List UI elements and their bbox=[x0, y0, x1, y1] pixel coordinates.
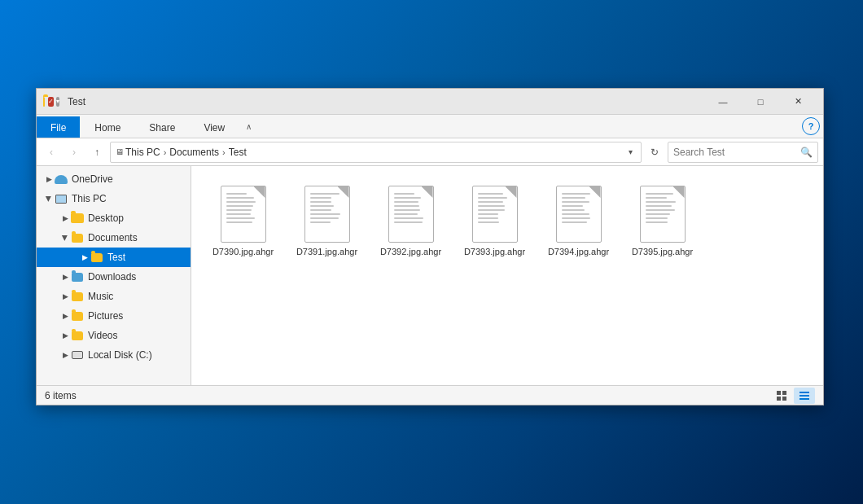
svg-rect-4 bbox=[799, 392, 809, 393]
file-name: D7392.jpg.ahgr bbox=[380, 246, 441, 257]
tab-file[interactable]: File bbox=[37, 116, 80, 138]
back-button[interactable]: ‹ bbox=[42, 142, 61, 162]
sidebar-item-localdisk[interactable]: ▶ Local Disk (C:) bbox=[37, 345, 191, 365]
expand-arrow-pictures: ▶ bbox=[59, 310, 71, 322]
window-title: Test bbox=[68, 96, 704, 107]
localdisk-icon bbox=[71, 348, 84, 362]
forward-button[interactable]: › bbox=[64, 142, 84, 162]
sidebar-item-desktop[interactable]: ▶ Desktop bbox=[37, 208, 191, 228]
expand-arrow-videos: ▶ bbox=[59, 330, 71, 341]
main-area: ▶ OneDrive ▶ This PC ▶ Deskto bbox=[37, 166, 823, 385]
addressbar: ‹ › ↑ 🖥 This PC › Documents › Test ▾ ↻ 🔍 bbox=[37, 138, 823, 166]
file-item[interactable]: D7392.jpg.ahgr bbox=[372, 179, 449, 264]
close-button[interactable]: ✕ bbox=[779, 89, 817, 115]
svg-rect-6 bbox=[799, 398, 809, 400]
file-icon bbox=[556, 186, 602, 243]
statusbar: 6 items bbox=[37, 385, 823, 405]
svg-rect-5 bbox=[799, 395, 809, 397]
minimize-button[interactable]: — bbox=[704, 89, 742, 115]
search-input[interactable] bbox=[673, 147, 797, 158]
expand-arrow-downloads: ▶ bbox=[59, 271, 71, 283]
sidebar-item-music[interactable]: ▶ Music bbox=[37, 287, 191, 306]
expand-arrow-test: ▶ bbox=[79, 252, 90, 263]
test-folder-icon bbox=[90, 251, 103, 264]
thispc-icon bbox=[55, 192, 68, 205]
file-name: D7395.jpg.ahgr bbox=[632, 246, 693, 257]
pictures-icon bbox=[71, 309, 84, 322]
sidebar-item-videos[interactable]: ▶ Videos bbox=[37, 326, 191, 345]
files-grid: D7390.jpg.ahgr D7391.jpg.ahgr D7392.jpg.… bbox=[191, 166, 823, 385]
svg-rect-3 bbox=[782, 397, 786, 401]
file-icon bbox=[388, 186, 434, 243]
file-name: D7390.jpg.ahgr bbox=[212, 246, 274, 257]
search-icon: 🔍 bbox=[800, 147, 813, 158]
window-controls: — □ ✕ bbox=[704, 89, 817, 115]
tab-share[interactable]: Share bbox=[135, 116, 189, 138]
expand-arrow-music: ▶ bbox=[59, 291, 71, 302]
titlebar-icon-group: ✓ ▾ bbox=[43, 94, 59, 110]
sidebar-item-documents[interactable]: ▶ Documents bbox=[37, 228, 191, 248]
documents-icon bbox=[71, 231, 84, 244]
expand-arrow-desktop: ▶ bbox=[59, 213, 71, 224]
explorer-window: ✓ ▾ Test — □ ✕ File Home Share View ∧ ? bbox=[36, 88, 824, 405]
grid-view-button[interactable] bbox=[771, 388, 792, 404]
tab-view[interactable]: View bbox=[190, 116, 239, 138]
details-view-button[interactable] bbox=[794, 388, 815, 404]
desktop-icon bbox=[71, 212, 84, 225]
file-item[interactable]: D7393.jpg.ahgr bbox=[456, 179, 533, 264]
onedrive-icon bbox=[55, 173, 68, 186]
view-controls bbox=[771, 388, 815, 404]
file-name: D7394.jpg.ahgr bbox=[548, 246, 609, 257]
expand-arrow-thispc: ▶ bbox=[43, 193, 55, 204]
crumb-thispc: 🖥 This PC bbox=[116, 147, 160, 158]
file-icon bbox=[304, 186, 350, 243]
up-button[interactable]: ↑ bbox=[87, 142, 107, 162]
titlebar: ✓ ▾ Test — □ ✕ bbox=[37, 89, 823, 115]
expand-arrow-localdisk: ▶ bbox=[59, 349, 71, 361]
videos-icon bbox=[71, 329, 84, 342]
expand-arrow-documents: ▶ bbox=[59, 232, 71, 243]
ribbon: File Home Share View ∧ ? bbox=[37, 115, 823, 138]
ribbon-help-button[interactable]: ? bbox=[802, 117, 820, 135]
sidebar: ▶ OneDrive ▶ This PC ▶ Deskto bbox=[37, 166, 191, 385]
file-item[interactable]: D7395.jpg.ahgr bbox=[624, 179, 701, 264]
svg-rect-0 bbox=[777, 391, 781, 395]
file-icon bbox=[640, 186, 686, 243]
maximize-button[interactable]: □ bbox=[742, 89, 779, 115]
tab-home[interactable]: Home bbox=[81, 116, 134, 138]
file-name: D7391.jpg.ahgr bbox=[296, 246, 357, 257]
address-dropdown-button[interactable]: ▾ bbox=[625, 146, 636, 158]
file-icon bbox=[472, 186, 518, 243]
expand-arrow-onedrive: ▶ bbox=[43, 173, 55, 185]
sidebar-item-onedrive[interactable]: ▶ OneDrive bbox=[37, 169, 191, 189]
refresh-button[interactable]: ↻ bbox=[645, 142, 664, 162]
crumb-sep-2: › bbox=[222, 147, 226, 157]
crumb-documents: Documents bbox=[169, 147, 219, 158]
file-name: D7393.jpg.ahgr bbox=[464, 246, 525, 257]
sidebar-item-pictures[interactable]: ▶ Pictures bbox=[37, 306, 191, 326]
file-item[interactable]: D7391.jpg.ahgr bbox=[288, 179, 366, 264]
crumb-test: Test bbox=[229, 147, 247, 158]
address-path-bar[interactable]: 🖥 This PC › Documents › Test ▾ bbox=[110, 142, 642, 163]
items-count: 6 items bbox=[45, 390, 771, 401]
file-item[interactable]: D7390.jpg.ahgr bbox=[204, 179, 282, 264]
file-icon bbox=[221, 186, 266, 243]
crumb-sep-1: › bbox=[164, 147, 167, 157]
ribbon-expand-button[interactable]: ∧ bbox=[239, 117, 257, 135]
sidebar-item-downloads[interactable]: ▶ Downloads bbox=[37, 267, 191, 287]
ribbon-tab-bar: File Home Share View ∧ ? bbox=[37, 115, 823, 138]
file-item[interactable]: D7394.jpg.ahgr bbox=[540, 179, 617, 264]
sidebar-item-thispc[interactable]: ▶ This PC bbox=[37, 189, 191, 208]
sidebar-item-test[interactable]: ▶ Test bbox=[37, 248, 191, 267]
music-icon bbox=[71, 290, 84, 303]
downloads-icon bbox=[71, 270, 84, 283]
content-area: D7390.jpg.ahgr D7391.jpg.ahgr D7392.jpg.… bbox=[191, 166, 823, 385]
search-box[interactable]: 🔍 bbox=[668, 142, 818, 163]
svg-rect-1 bbox=[782, 391, 786, 395]
svg-rect-2 bbox=[777, 397, 781, 401]
